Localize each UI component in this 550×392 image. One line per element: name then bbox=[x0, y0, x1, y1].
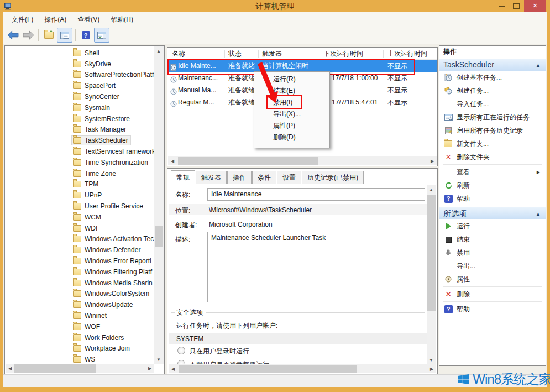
back-button[interactable] bbox=[6, 28, 20, 42]
close-button[interactable]: ✕ bbox=[524, 0, 546, 12]
section-header-selected-item[interactable]: 所选项 ▲ bbox=[439, 207, 546, 219]
tab-triggers[interactable]: 触发器 bbox=[196, 171, 227, 184]
tree-item[interactable]: WS bbox=[6, 354, 154, 364]
tree-vertical-scrollbar[interactable]: ▲ ▼ bbox=[154, 46, 164, 364]
tree-item[interactable]: SkyDrive bbox=[6, 59, 154, 70]
tree-item[interactable]: WOF bbox=[6, 321, 154, 332]
tree-item[interactable]: Time Zone bbox=[6, 168, 154, 179]
action-delete[interactable]: ✕ 删除 bbox=[439, 288, 546, 301]
tab-settings[interactable]: 设置 bbox=[277, 171, 301, 184]
action-display-running-tasks[interactable]: 显示所有正在运行的任务 bbox=[439, 111, 546, 124]
tree-item[interactable]: WCM bbox=[6, 212, 154, 223]
column-header-truncated[interactable]: 上 bbox=[435, 48, 437, 59]
action-delete-folder[interactable]: ✕ 删除文件夹 bbox=[439, 150, 546, 164]
tree-item[interactable]: TextServicesFramework bbox=[6, 146, 154, 157]
action-import-task[interactable]: 导入任务... bbox=[439, 97, 546, 111]
maximize-button[interactable] bbox=[510, 0, 523, 12]
details-horizontal-scrollbar[interactable]: ◀ ▶ bbox=[169, 364, 436, 373]
tree-item[interactable]: Windows Error Reporti bbox=[6, 255, 154, 266]
radio-run-whether-logged-on[interactable] bbox=[177, 360, 185, 364]
context-menu-delete[interactable]: 删除(D) bbox=[254, 132, 329, 143]
tree-item[interactable]: Windows Filtering Platf bbox=[6, 266, 154, 278]
tree-item[interactable]: UPnP bbox=[6, 190, 154, 201]
tree-item[interactable]: Task Manager bbox=[6, 124, 154, 135]
forward-button[interactable] bbox=[21, 28, 35, 42]
column-header-trigger[interactable]: 触发器 bbox=[262, 48, 282, 59]
action-create-task[interactable]: 创建任务... bbox=[439, 84, 546, 97]
section-header-taskscheduler[interactable]: TaskScheduler ▲ bbox=[439, 59, 546, 71]
tree-item[interactable]: Windows Media Sharin bbox=[6, 278, 154, 289]
action-run[interactable]: 运行 bbox=[439, 219, 546, 233]
details-vertical-scrollbar[interactable]: ▲ ▼ bbox=[427, 185, 436, 364]
collapse-icon[interactable]: ▲ bbox=[536, 59, 541, 71]
menu-action[interactable]: 操作(A) bbox=[39, 13, 72, 26]
action-export[interactable]: 导出... bbox=[439, 259, 546, 273]
action-create-basic-task[interactable]: 创建基本任务... bbox=[439, 71, 546, 84]
scroll-right-icon[interactable]: ▶ bbox=[145, 364, 154, 373]
tab-general[interactable]: 常规 bbox=[171, 170, 195, 185]
description-field[interactable]: Maintenance Scheduler Launcher Task bbox=[207, 232, 425, 302]
scroll-thumb[interactable] bbox=[427, 195, 436, 311]
action-disable[interactable]: 禁用 bbox=[439, 246, 546, 259]
collapse-icon[interactable]: ▲ bbox=[536, 208, 541, 220]
scroll-thumb[interactable] bbox=[155, 226, 163, 247]
scroll-left-icon[interactable]: ◀ bbox=[168, 156, 177, 165]
menu-view[interactable]: 查看(V) bbox=[72, 13, 105, 26]
minimize-button[interactable] bbox=[495, 0, 509, 12]
action-pane-toggle-button[interactable] bbox=[94, 28, 109, 43]
tree-item[interactable]: WindowsColorSystem bbox=[6, 289, 154, 300]
tree-item[interactable]: SpacePort bbox=[6, 80, 154, 91]
tree-item[interactable]: User Profile Service bbox=[6, 201, 154, 212]
context-menu-export[interactable]: 导出(X)... bbox=[254, 108, 329, 120]
scroll-thumb[interactable] bbox=[178, 157, 318, 165]
scroll-down-icon[interactable]: ▼ bbox=[427, 356, 436, 364]
tab-conditions[interactable]: 条件 bbox=[252, 171, 276, 184]
action-properties[interactable]: 属性 bbox=[439, 273, 546, 286]
tab-actions[interactable]: 操作 bbox=[227, 171, 252, 184]
tree-item[interactable]: Sysmain bbox=[6, 102, 154, 113]
tree-item[interactable]: SyncCenter bbox=[6, 91, 154, 102]
column-header-status[interactable]: 状态 bbox=[228, 48, 242, 59]
action-refresh[interactable]: 刷新 bbox=[439, 179, 546, 192]
scroll-thumb[interactable] bbox=[179, 365, 357, 373]
tree-item[interactable]: WindowsUpdate bbox=[6, 299, 154, 310]
tree-item[interactable]: Shell bbox=[6, 48, 154, 59]
tree-item[interactable]: Work Folders bbox=[6, 332, 154, 343]
action-help[interactable]: ? 帮助 bbox=[439, 192, 546, 205]
menu-file[interactable]: 文件(F) bbox=[6, 13, 39, 26]
tree-item[interactable]: Windows Defender bbox=[6, 244, 154, 255]
console-tree-toggle-button[interactable] bbox=[57, 28, 72, 43]
tree-item[interactable]: Windows Activation Tec bbox=[6, 234, 154, 245]
tree-item[interactable]: Workplace Join bbox=[6, 343, 154, 354]
menu-help[interactable]: 帮助(H) bbox=[105, 13, 139, 26]
up-level-button[interactable] bbox=[41, 28, 56, 42]
context-menu-properties[interactable]: 属性(P) bbox=[254, 120, 329, 132]
tree-item[interactable]: SystemRestore bbox=[6, 113, 154, 124]
radio-logged-on-only[interactable] bbox=[177, 347, 185, 354]
tab-history[interactable]: 历史记录(已禁用) bbox=[302, 171, 364, 184]
task-name-field[interactable]: Idle Maintenance bbox=[207, 188, 425, 201]
scroll-up-icon[interactable]: ▲ bbox=[427, 185, 436, 194]
action-new-folder[interactable]: ✦ 新文件夹... bbox=[439, 137, 546, 150]
column-header-next-run[interactable]: 下次运行时间 bbox=[323, 48, 363, 59]
column-header-last-run[interactable]: 上次运行时间 bbox=[387, 48, 427, 59]
scroll-right-icon[interactable]: ▶ bbox=[428, 156, 437, 165]
tree-item[interactable]: Time Synchronization bbox=[6, 157, 154, 168]
action-help-selected[interactable]: ? 帮助 bbox=[439, 302, 546, 316]
scroll-thumb[interactable] bbox=[14, 364, 96, 373]
tree-item[interactable]: TPM bbox=[6, 179, 154, 190]
tree-horizontal-scrollbar[interactable]: ◀ ▶ bbox=[6, 364, 154, 373]
scroll-down-icon[interactable]: ▼ bbox=[154, 355, 163, 364]
tree-item[interactable]: Wininet bbox=[6, 310, 154, 321]
column-header-name[interactable]: 名称 bbox=[172, 48, 185, 59]
scroll-up-icon[interactable]: ▲ bbox=[154, 46, 163, 55]
help-button[interactable]: ? bbox=[78, 28, 93, 42]
tree-item[interactable]: WDI bbox=[6, 223, 154, 234]
scroll-right-icon[interactable]: ▶ bbox=[427, 364, 436, 373]
tree-item-selected[interactable]: TaskScheduler bbox=[6, 135, 154, 146]
action-end[interactable]: 结束 bbox=[439, 233, 546, 246]
action-view[interactable]: 查看 ▶ bbox=[439, 165, 546, 179]
action-enable-task-history[interactable]: 启用所有任务历史记录 bbox=[439, 124, 546, 137]
scroll-left-icon[interactable]: ◀ bbox=[169, 364, 177, 373]
tree-item[interactable]: SoftwareProtectionPlatf bbox=[6, 70, 154, 81]
